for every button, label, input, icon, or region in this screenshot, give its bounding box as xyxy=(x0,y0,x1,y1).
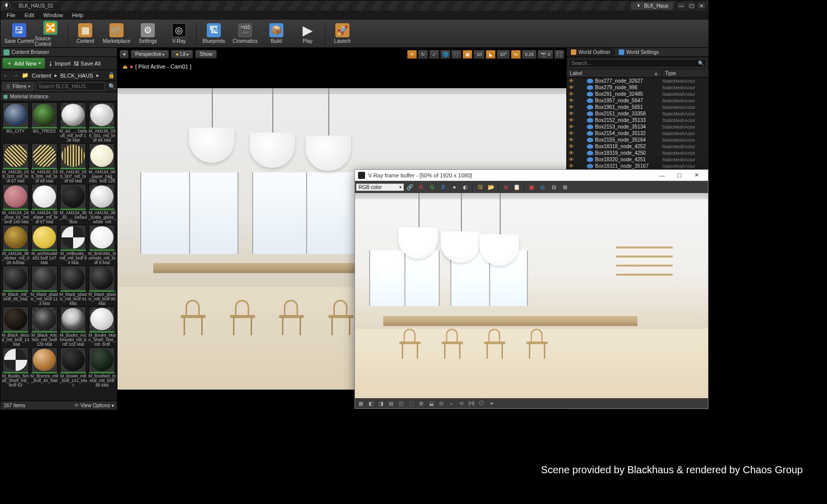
vert-icon[interactable]: ⊞ xyxy=(560,182,570,192)
outliner-row[interactable]: 👁Box2155_node_35164StaticMeshActor xyxy=(567,137,708,143)
visibility-icon[interactable]: 👁 xyxy=(568,163,575,169)
tab-world-settings[interactable]: World Settings xyxy=(615,48,663,56)
visibility-icon[interactable]: 👁 xyxy=(568,157,575,162)
minimize-button[interactable]: — xyxy=(677,2,686,9)
r-channel[interactable]: R xyxy=(416,182,426,192)
asset-item[interactable]: M_a3_… Default_mtl_brdf 136 Mat xyxy=(60,102,87,142)
vfb-status-icon-3[interactable]: ▤ xyxy=(387,400,394,407)
outliner-row[interactable]: 👁Box1957_node_5647StaticMeshActor xyxy=(567,97,708,104)
outliner-row[interactable]: 👁Box18319_node_4250StaticMeshActor xyxy=(567,150,708,156)
vfb-status-icon-0[interactable]: ▦ xyxy=(357,400,364,407)
visibility-icon[interactable]: 👁 xyxy=(568,131,575,136)
open-icon[interactable]: 📂 xyxy=(486,182,496,192)
coord-icon[interactable]: 🌐 xyxy=(440,50,450,59)
vfb-close-button[interactable]: ✕ xyxy=(688,170,705,180)
perspective-button[interactable]: Perspective xyxy=(131,50,169,58)
vfb-status-icon-12[interactable]: ⓘ xyxy=(478,400,485,407)
sort-icon[interactable]: ▲ xyxy=(654,71,659,76)
vfb-status-icon-2[interactable]: ◨ xyxy=(377,400,384,407)
b-channel[interactable]: B xyxy=(438,182,448,192)
save-icon[interactable]: 🖫 xyxy=(475,182,485,192)
search-icon[interactable]: 🔍 xyxy=(107,83,117,90)
project-tab[interactable]: BLK_HAUS_01 xyxy=(14,2,58,10)
outliner-row[interactable]: 👁Box291_node_32485StaticMeshActor xyxy=(567,91,708,97)
switch-icon[interactable]: ◐ xyxy=(460,182,470,192)
rotate-icon[interactable]: ↻ xyxy=(418,50,428,59)
show-button[interactable]: Show xyxy=(195,50,217,58)
visibility-icon[interactable]: 👁 xyxy=(568,150,575,156)
maximize-viewport-icon[interactable]: ⛶ xyxy=(554,50,564,59)
asset-item[interactable]: M_AM134_38_20_… Defaultflos xyxy=(60,184,87,224)
g-channel[interactable]: G xyxy=(427,182,437,192)
vfb-minimize-button[interactable]: — xyxy=(654,170,671,180)
move-icon[interactable]: ⤧ xyxy=(407,50,417,59)
project-name-box[interactable]: BLK_Haus xyxy=(631,2,673,10)
viewport-menu-icon[interactable]: ▾ xyxy=(120,50,129,58)
outliner-row[interactable]: 👁Box2152_node_35133StaticMeshActor xyxy=(567,117,708,123)
asset-item[interactable]: M_Books_Archmodel_mtl_brdf 102 Mat xyxy=(60,306,87,346)
grid-snap-val[interactable]: 10 xyxy=(474,50,485,59)
asset-item[interactable]: M_black_plastic_mtl_brdf 90 Mat xyxy=(88,266,116,305)
nav-fwd-icon[interactable]: → xyxy=(12,72,19,79)
mono-icon[interactable]: ● xyxy=(449,182,459,192)
vfb-status-icon-6[interactable]: ⊞ xyxy=(418,400,425,407)
visibility-icon[interactable]: 👁 xyxy=(568,91,575,97)
vfb-status-icon-13[interactable]: ✦ xyxy=(488,400,495,407)
menu-edit[interactable]: Edit xyxy=(21,12,38,19)
toolbar-save-button[interactable]: 🖫Save Current xyxy=(4,21,35,47)
asset-item[interactable]: M_AM134_06_paper_bag_mtl1_brdf 125 xyxy=(88,143,116,183)
asset-item[interactable]: M_Black_Kitchen_mtl_brdf 129 Mat xyxy=(30,306,58,346)
copy-icon[interactable]: 📋 xyxy=(512,182,522,192)
asset-item[interactable]: M_black_plastic_mtl_brdf 41 Mat xyxy=(60,266,87,305)
asset-item[interactable]: M_AM134_38_sticker_mtl_005 64Mat xyxy=(2,225,29,265)
asset-item[interactable]: M_AM130_035_003_mtl_brdf 67 Mat xyxy=(2,143,29,183)
visibility-icon[interactable]: 👁 xyxy=(568,137,575,143)
vfb-maximize-button[interactable]: ▢ xyxy=(671,170,688,180)
vfb-channel-select[interactable]: RGB color▾ xyxy=(356,183,404,191)
angle-snap-val[interactable]: 10° xyxy=(497,50,510,59)
scale-icon[interactable]: ⤢ xyxy=(429,50,439,59)
toolbar-cinematics-button[interactable]: 🎬Cinematics xyxy=(229,21,261,47)
visibility-icon[interactable]: 👁 xyxy=(568,144,575,149)
visibility-icon[interactable]: 👁 xyxy=(568,111,575,116)
menu-help[interactable]: Help xyxy=(68,12,88,19)
ab-icon[interactable]: ⊟ xyxy=(549,182,559,192)
asset-item[interactable]: M_Bronze_mtl_brdf_40_Mat xyxy=(30,347,58,387)
outliner-row[interactable]: 👁Box1961_node_5651StaticMeshActor xyxy=(567,104,708,110)
asset-item[interactable]: M_AM134_24_shoe_01_mtl_brdf 145 Mat xyxy=(2,184,29,224)
vfb-status-icon-10[interactable]: ⟲ xyxy=(458,400,465,407)
asset-item[interactable]: M_brown_mtl_brdf_141_Mat xyxy=(60,347,87,387)
vfb-status-icon-8[interactable]: ⊟ xyxy=(438,400,445,407)
add-new-button[interactable]: ＋Add New▾ xyxy=(3,58,45,69)
toolbar-play-button[interactable]: ▶Play xyxy=(292,21,323,47)
asset-item[interactable]: BG_TREES xyxy=(30,102,58,142)
menu-window[interactable]: Window xyxy=(39,12,67,19)
search-input[interactable] xyxy=(36,82,105,91)
outliner-row[interactable]: 👁Box279_node_996StaticMeshActor xyxy=(567,84,708,91)
angle-snap-icon[interactable]: ◣ xyxy=(486,50,496,59)
filters-button[interactable]: ☰Filters▾ xyxy=(3,82,34,91)
outliner-row[interactable]: 👁Box2153_node_35134StaticMeshActor xyxy=(567,123,708,130)
visibility-icon[interactable]: 👁 xyxy=(568,98,575,103)
visibility-icon[interactable]: 👁 xyxy=(568,104,575,110)
asset-item[interactable]: M_Black_Wood_mtl_brdf_14_Mat xyxy=(2,306,29,346)
link-icon[interactable]: 🔗 xyxy=(405,182,415,192)
cam-speed-icon[interactable]: 📷 4 xyxy=(538,50,553,59)
lock-icon[interactable]: 🔒 xyxy=(108,72,115,79)
eject-icon[interactable]: ⏏ xyxy=(123,64,128,70)
scale-snap-icon[interactable]: % xyxy=(511,50,521,59)
vfb-status-icon-4[interactable]: ◫ xyxy=(397,400,404,407)
asset-item[interactable]: BG_CITY xyxy=(2,102,29,142)
grid-snap-icon[interactable]: ▦ xyxy=(462,50,472,59)
asset-item[interactable]: M_Black_mtl_brdf_45_Mat xyxy=(2,266,29,305)
toolbar-blueprints-button[interactable]: 🏗Blueprints xyxy=(198,21,229,47)
toolbar-launch-button[interactable]: 🚀Launch xyxy=(327,21,358,47)
asset-item[interactable]: M_AM130_035_007_mtl_brdf 69 Mat xyxy=(60,143,87,183)
toolbar-vray-button[interactable]: ◎V-Ray xyxy=(163,21,195,47)
asset-item[interactable]: M_AM134_35_water_mtl_brdf 57 Mat xyxy=(30,184,58,224)
outliner-row[interactable]: 👁Box18321_node_35167StaticMeshActor xyxy=(567,163,708,169)
toolbar-settings-button[interactable]: ⚙Settings xyxy=(132,21,163,47)
outliner-row[interactable]: 👁Box277_node_32627StaticMeshActor xyxy=(567,78,708,84)
outliner-search[interactable]: Search...🔍 xyxy=(569,59,706,68)
visibility-icon[interactable]: 👁 xyxy=(568,85,575,90)
